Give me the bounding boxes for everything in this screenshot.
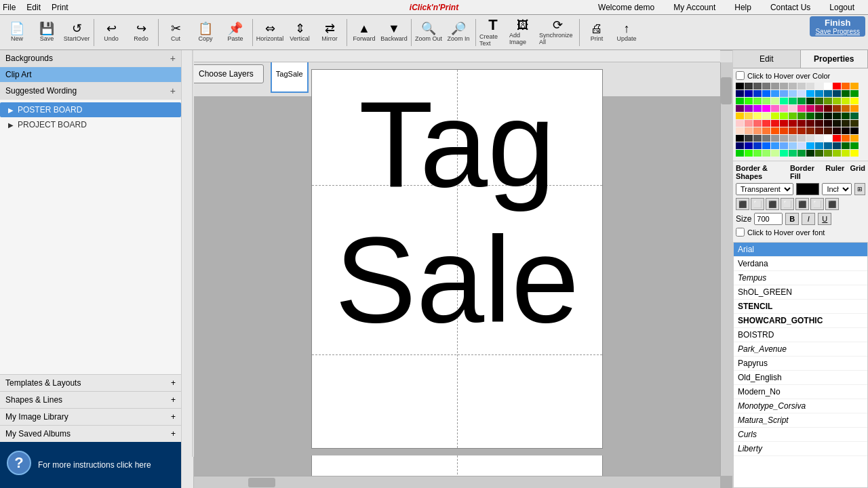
font-item[interactable]: Arial [734, 243, 867, 257]
color-cell[interactable] [797, 120, 806, 127]
color-cell[interactable] [824, 98, 832, 104]
tab-edit[interactable]: Edit [733, 50, 801, 68]
color-cell[interactable] [850, 120, 859, 127]
color-cell[interactable] [815, 135, 823, 142]
color-cell[interactable] [797, 113, 806, 119]
color-cell[interactable] [842, 150, 850, 157]
border-color-swatch[interactable] [796, 183, 819, 195]
color-cell[interactable] [815, 98, 823, 104]
copy-button[interactable]: 📋 Copy [191, 17, 220, 48]
forward-button[interactable]: ▲ Forward [350, 17, 378, 48]
color-cell[interactable] [762, 83, 770, 89]
cut-button[interactable]: ✂ Cut [161, 17, 190, 48]
color-cell[interactable] [824, 90, 832, 97]
font-item[interactable]: BOISTRD [734, 328, 867, 342]
finish-button[interactable]: Finish [825, 18, 850, 28]
color-cell[interactable] [824, 105, 832, 112]
color-cell[interactable] [780, 120, 788, 127]
font-item[interactable]: ShOL_GREEN [734, 285, 867, 300]
border-style-select[interactable]: TransparentSolidDashed [736, 183, 793, 195]
color-cell[interactable] [789, 105, 797, 112]
color-cell[interactable] [736, 135, 744, 142]
startover-button[interactable]: ↺ StartOver [62, 17, 91, 48]
color-cell[interactable] [745, 113, 753, 119]
font-item[interactable]: Modern_No [734, 385, 867, 399]
color-cell[interactable] [850, 142, 859, 149]
color-cell[interactable] [824, 127, 832, 134]
shapes-lines-section[interactable]: Shapes & Lines + [0, 391, 181, 408]
zoom-out-button[interactable]: 🔍 Zoom Out [414, 17, 443, 48]
redo-button[interactable]: ↪ Redo [127, 17, 155, 48]
align-left-button[interactable]: ⬛ [736, 198, 749, 210]
color-cell[interactable] [789, 150, 797, 157]
align-middle-button[interactable]: ⬛ [795, 198, 809, 210]
color-cell[interactable] [745, 127, 753, 134]
color-cell[interactable] [753, 127, 762, 134]
logout-link[interactable]: Logout [829, 3, 854, 12]
add-image-button[interactable]: 🖼 Add Image [509, 17, 537, 48]
color-cell[interactable] [771, 150, 779, 157]
color-cell[interactable] [745, 83, 753, 89]
color-cell[interactable] [753, 120, 762, 127]
hover-font-checkbox[interactable] [736, 228, 745, 237]
color-cell[interactable] [753, 142, 762, 149]
color-cell[interactable] [797, 83, 806, 89]
create-text-button[interactable]: T Create Text [479, 17, 507, 48]
color-cell[interactable] [842, 105, 850, 112]
color-cell[interactable] [780, 83, 788, 89]
color-cell[interactable] [753, 98, 762, 104]
color-cell[interactable] [833, 127, 841, 134]
color-cell[interactable] [771, 105, 779, 112]
color-cell[interactable] [806, 83, 814, 89]
backgrounds-section[interactable]: Backgrounds + [0, 50, 181, 67]
align-center-button[interactable]: ⬜ [751, 198, 764, 210]
color-cell[interactable] [850, 113, 859, 119]
font-item[interactable]: SHOWCARD_GOTHIC [734, 314, 867, 328]
color-cell[interactable] [833, 113, 841, 119]
color-cell[interactable] [736, 83, 744, 89]
saved-albums-section[interactable]: My Saved Albums + [0, 425, 181, 442]
align-top-button[interactable]: ⬜ [781, 198, 794, 210]
align-bottom-button[interactable]: ⬜ [810, 198, 824, 210]
color-cell[interactable] [842, 127, 850, 134]
color-cell[interactable] [762, 105, 770, 112]
tab-properties[interactable]: Properties [801, 50, 869, 68]
color-cell[interactable] [850, 150, 859, 157]
color-cell[interactable] [797, 98, 806, 104]
color-cell[interactable] [806, 120, 814, 127]
color-cell[interactable] [789, 135, 797, 142]
synchronize-button[interactable]: ⟳ Synchronize All [538, 17, 576, 48]
color-cell[interactable] [850, 105, 859, 112]
color-cell[interactable] [806, 135, 814, 142]
color-cell[interactable] [736, 150, 744, 157]
color-cell[interactable] [745, 135, 753, 142]
color-cell[interactable] [842, 90, 850, 97]
align-justify-button[interactable]: ⬛ [825, 198, 839, 210]
align-right-button[interactable]: ⬛ [766, 198, 779, 210]
color-cell[interactable] [833, 150, 841, 157]
font-item[interactable]: Tempus [734, 271, 867, 285]
color-cell[interactable] [762, 142, 770, 149]
color-cell[interactable] [842, 113, 850, 119]
help-link[interactable]: Help [734, 3, 751, 12]
color-cell[interactable] [850, 90, 859, 97]
font-item[interactable]: Verdana [734, 257, 867, 271]
color-cell[interactable] [815, 90, 823, 97]
color-cell[interactable] [789, 142, 797, 149]
color-cell[interactable] [771, 142, 779, 149]
scroll-thumb-h[interactable] [248, 478, 275, 487]
font-item[interactable]: Monotype_Corsiva [734, 399, 867, 413]
backward-button[interactable]: ▼ Backward [380, 17, 408, 48]
color-cell[interactable] [842, 120, 850, 127]
zoom-in-button[interactable]: 🔎 Zoom In [444, 17, 473, 48]
font-list[interactable]: ArialVerdanaTempusShOL_GREENSTENCILSHOWC… [733, 242, 868, 488]
color-cell[interactable] [762, 113, 770, 119]
color-cell[interactable] [745, 120, 753, 127]
color-cell[interactable] [780, 98, 788, 104]
color-cell[interactable] [789, 83, 797, 89]
color-cell[interactable] [815, 105, 823, 112]
color-cell[interactable] [736, 120, 744, 127]
color-cell[interactable] [771, 90, 779, 97]
color-cell[interactable] [771, 98, 779, 104]
color-cell[interactable] [806, 98, 814, 104]
